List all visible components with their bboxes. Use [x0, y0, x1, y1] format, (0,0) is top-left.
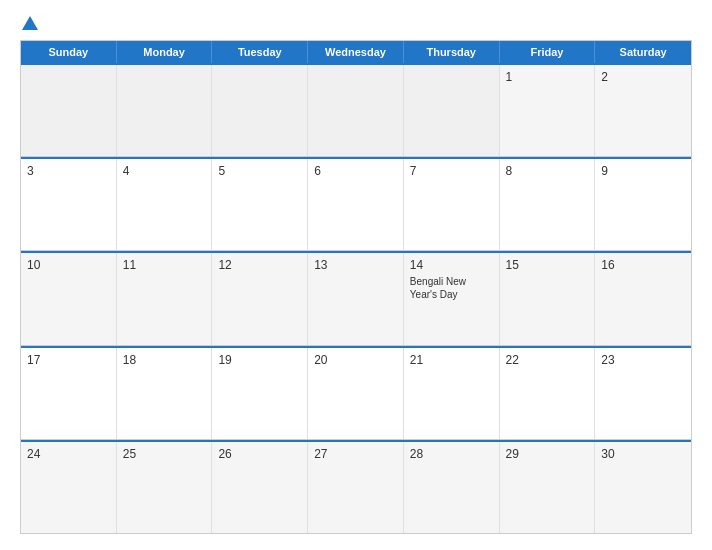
calendar-cell: 29: [500, 442, 596, 533]
event-label: Bengali New Year's Day: [410, 275, 493, 301]
calendar-cell: 26: [212, 442, 308, 533]
calendar-cell: 2: [595, 65, 691, 156]
date-number: 27: [314, 447, 397, 461]
calendar-cell: [212, 65, 308, 156]
day-header-friday: Friday: [500, 41, 596, 63]
date-number: 6: [314, 164, 397, 178]
date-number: 19: [218, 353, 301, 367]
calendar-cell: 6: [308, 159, 404, 250]
date-number: 18: [123, 353, 206, 367]
calendar-cell: 30: [595, 442, 691, 533]
date-number: 16: [601, 258, 685, 272]
date-number: 3: [27, 164, 110, 178]
calendar-row-4: 24252627282930: [21, 440, 691, 533]
date-number: 8: [506, 164, 589, 178]
calendar-row-1: 3456789: [21, 157, 691, 251]
calendar-cell: 9: [595, 159, 691, 250]
calendar-row-3: 17181920212223: [21, 346, 691, 440]
date-number: 26: [218, 447, 301, 461]
date-number: 20: [314, 353, 397, 367]
calendar-cell: 15: [500, 253, 596, 344]
date-number: 4: [123, 164, 206, 178]
calendar-cell: 24: [21, 442, 117, 533]
calendar-cell: 20: [308, 348, 404, 439]
date-number: 7: [410, 164, 493, 178]
date-number: 2: [601, 70, 685, 84]
day-header-sunday: Sunday: [21, 41, 117, 63]
date-number: 23: [601, 353, 685, 367]
calendar-cell: 5: [212, 159, 308, 250]
date-number: 22: [506, 353, 589, 367]
calendar-row-0: 12: [21, 63, 691, 157]
day-header-thursday: Thursday: [404, 41, 500, 63]
calendar-cell: 18: [117, 348, 213, 439]
calendar-cell: 3: [21, 159, 117, 250]
calendar-body: 1234567891011121314Bengali New Year's Da…: [21, 63, 691, 533]
date-number: 11: [123, 258, 206, 272]
calendar-cell: 4: [117, 159, 213, 250]
date-number: 14: [410, 258, 493, 272]
date-number: 9: [601, 164, 685, 178]
date-number: 29: [506, 447, 589, 461]
date-number: 10: [27, 258, 110, 272]
date-number: 30: [601, 447, 685, 461]
date-number: 21: [410, 353, 493, 367]
date-number: 25: [123, 447, 206, 461]
logo-triangle-icon: [22, 16, 38, 30]
calendar-cell: 22: [500, 348, 596, 439]
date-number: 28: [410, 447, 493, 461]
date-number: 24: [27, 447, 110, 461]
calendar-cell: 19: [212, 348, 308, 439]
calendar-cell: 10: [21, 253, 117, 344]
calendar-cell: 17: [21, 348, 117, 439]
calendar-header-row: SundayMondayTuesdayWednesdayThursdayFrid…: [21, 41, 691, 63]
calendar-cell: 16: [595, 253, 691, 344]
calendar-cell: [308, 65, 404, 156]
date-number: 13: [314, 258, 397, 272]
date-number: 15: [506, 258, 589, 272]
calendar-cell: 23: [595, 348, 691, 439]
date-number: 17: [27, 353, 110, 367]
calendar: SundayMondayTuesdayWednesdayThursdayFrid…: [20, 40, 692, 534]
logo-blue-text: [20, 16, 38, 30]
calendar-cell: 11: [117, 253, 213, 344]
calendar-cell: 21: [404, 348, 500, 439]
calendar-cell: 27: [308, 442, 404, 533]
calendar-cell: 13: [308, 253, 404, 344]
calendar-cell: 14Bengali New Year's Day: [404, 253, 500, 344]
logo: [20, 16, 38, 30]
calendar-cell: 12: [212, 253, 308, 344]
day-header-wednesday: Wednesday: [308, 41, 404, 63]
date-number: 12: [218, 258, 301, 272]
header: [20, 16, 692, 30]
calendar-cell: 7: [404, 159, 500, 250]
page: SundayMondayTuesdayWednesdayThursdayFrid…: [0, 0, 712, 550]
calendar-row-2: 1011121314Bengali New Year's Day1516: [21, 251, 691, 345]
calendar-cell: 8: [500, 159, 596, 250]
date-number: 5: [218, 164, 301, 178]
calendar-cell: 25: [117, 442, 213, 533]
day-header-monday: Monday: [117, 41, 213, 63]
calendar-cell: 28: [404, 442, 500, 533]
day-header-saturday: Saturday: [595, 41, 691, 63]
date-number: 1: [506, 70, 589, 84]
calendar-cell: 1: [500, 65, 596, 156]
day-header-tuesday: Tuesday: [212, 41, 308, 63]
calendar-cell: [404, 65, 500, 156]
calendar-cell: [21, 65, 117, 156]
calendar-cell: [117, 65, 213, 156]
